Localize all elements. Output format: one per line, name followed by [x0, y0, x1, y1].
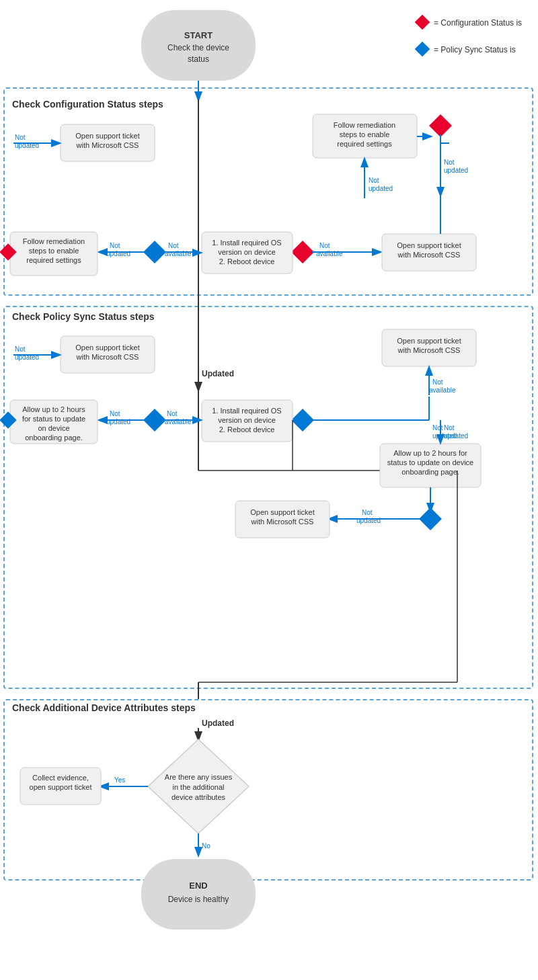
section2-border: [3, 306, 533, 689]
svg-rect-1: [415, 42, 430, 57]
legend-policy-label: = Policy Sync Status is: [434, 45, 516, 54]
legend-config-label: = Configuration Status is: [434, 18, 522, 28]
section1-border: [3, 87, 533, 296]
end-label2: Device is healthy: [168, 895, 229, 904]
start-label2: Check the device: [167, 43, 229, 52]
svg-rect-2: [141, 10, 256, 81]
end-label1: END: [189, 881, 207, 891]
start-label3: status: [188, 54, 209, 64]
svg-rect-0: [415, 15, 430, 30]
section3-border: [3, 699, 533, 881]
start-label1: START: [184, 30, 213, 40]
